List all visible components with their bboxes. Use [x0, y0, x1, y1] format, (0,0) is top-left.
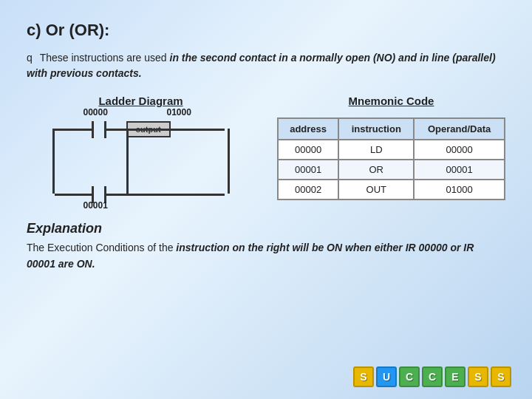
- bot-wire-right: [126, 194, 225, 196]
- ladder-title: Ladder Diagram: [27, 95, 255, 107]
- bot-wire-left: [55, 194, 92, 196]
- table-header-row: address instruction Operand/Data: [278, 118, 505, 140]
- intro-text: q These instructions are used in the sec…: [27, 50, 505, 81]
- ladder-diagram: output 00000 01000 00001: [45, 117, 237, 206]
- cell-r1-c2: 00001: [414, 160, 505, 180]
- ladder-section: Ladder Diagram output: [27, 95, 255, 206]
- label-output-addr: 01000: [167, 107, 191, 117]
- col-address: address: [278, 118, 338, 140]
- top-wire-right: [126, 129, 225, 131]
- mnemonic-section: Mnemonic Code address instruction Operan…: [277, 95, 505, 200]
- cube-u: U: [376, 366, 397, 387]
- rail-right: [228, 129, 230, 194]
- cell-r1-c1: OR: [338, 160, 414, 180]
- col-instruction: instruction: [338, 118, 414, 140]
- explanation-section: Explanation The Execution Conditions of …: [27, 221, 505, 273]
- cube-c1: C: [399, 366, 420, 387]
- cell-r2-c2: 01000: [414, 180, 505, 200]
- wire-mid: [106, 129, 129, 131]
- table-row: 00001OR00001: [278, 160, 505, 180]
- explanation-normal: The Execution Conditions of the: [27, 242, 176, 253]
- vert-connect: [126, 129, 129, 196]
- page-title: c) Or (OR):: [27, 21, 505, 40]
- explanation-title: Explanation: [27, 221, 505, 236]
- cell-r1-c0: 00001: [278, 160, 338, 180]
- page: c) Or (OR): q These instructions are use…: [0, 0, 532, 399]
- success-cubes: S U C C E S S: [353, 366, 511, 387]
- intro-normal: These instructions are used: [40, 52, 170, 64]
- contact1-left-bar: [92, 121, 94, 138]
- cell-r0-c2: 00000: [414, 140, 505, 160]
- cube-s1: S: [353, 366, 374, 387]
- mnemonic-table: address instruction Operand/Data 00000LD…: [277, 117, 505, 200]
- bullet-point: q: [27, 50, 37, 66]
- cell-r2-c1: OUT: [338, 180, 414, 200]
- label-contact2: 00001: [83, 200, 108, 211]
- col-operand: Operand/Data: [414, 118, 505, 140]
- cube-e: E: [445, 366, 466, 387]
- explanation-body: The Execution Conditions of the instruct…: [27, 239, 505, 273]
- bot-mid-wire: [106, 194, 126, 196]
- rail-left: [52, 129, 55, 194]
- cube-s2: S: [468, 366, 488, 387]
- cube-c2: C: [422, 366, 443, 387]
- cube-s3: S: [491, 366, 511, 387]
- label-contact1: 00000: [83, 107, 108, 117]
- cell-r0-c1: LD: [338, 140, 414, 160]
- content-area: Ladder Diagram output: [27, 95, 505, 206]
- mnemonic-title: Mnemonic Code: [277, 95, 505, 107]
- top-wire-left: [55, 129, 92, 131]
- table-row: 00002OUT01000: [278, 180, 505, 200]
- cell-r2-c0: 00002: [278, 180, 338, 200]
- table-row: 00000LD00000: [278, 140, 505, 160]
- cell-r0-c0: 00000: [278, 140, 338, 160]
